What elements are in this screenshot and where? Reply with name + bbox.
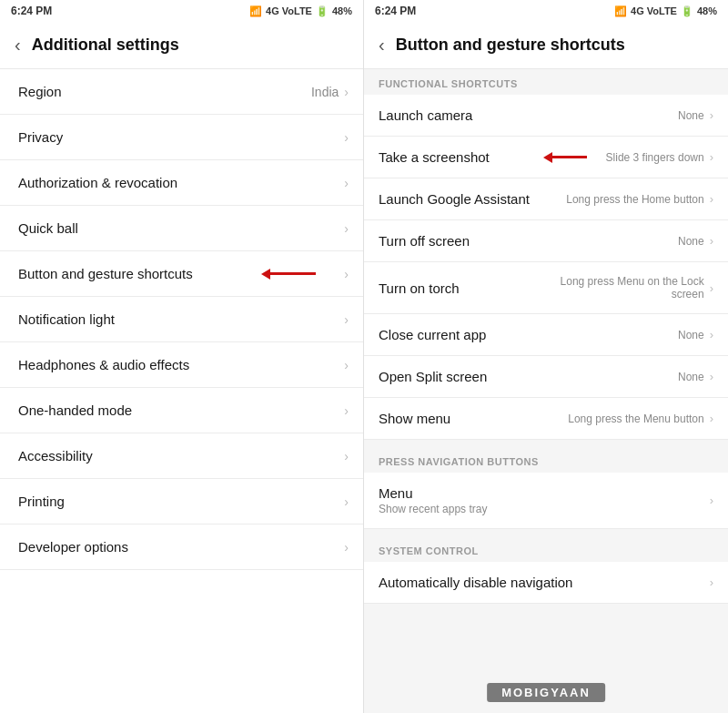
settings-item-one-handed[interactable]: One-handed mode ›: [0, 388, 363, 433]
time-right: 6:24 PM: [375, 5, 416, 17]
shortcuts-scroll-area: FUNCTIONAL SHORTCUTS Launch camera None …: [364, 69, 728, 713]
settings-item-privacy[interactable]: Privacy ›: [0, 115, 363, 160]
shortcut-split-screen[interactable]: Open Split screen None ›: [364, 356, 728, 398]
settings-item-authorization[interactable]: Authorization & revocation ›: [0, 160, 363, 206]
status-icons-right: 📶 4G VoLTE 🔋 48%: [614, 5, 717, 17]
toolbar-right: ‹ Button and gesture shortcuts: [364, 22, 728, 69]
shortcut-value-google: Long press the Home button: [566, 193, 703, 206]
shortcut-title-google: Launch Google Assistant: [379, 191, 566, 207]
shortcut-google-assistant[interactable]: Launch Google Assistant Long press the H…: [364, 178, 728, 220]
status-icons-left: 📶 4G VoLTE 🔋 48%: [249, 5, 352, 17]
shortcut-title-camera: Launch camera: [379, 107, 678, 123]
item-title-notification-light: Notification light: [18, 311, 115, 327]
settings-item-button-shortcuts[interactable]: Button and gesture shortcuts ›: [0, 251, 363, 297]
item-title-quick-ball: Quick ball: [18, 220, 78, 236]
network-label-right: 4G VoLTE: [631, 5, 677, 16]
signal-icon: 📶: [249, 5, 262, 17]
battery-left: 48%: [332, 5, 352, 16]
shortcut-title-menu: Menu: [379, 485, 710, 501]
settings-item-printing[interactable]: Printing ›: [0, 479, 363, 525]
chevron-authorization: ›: [344, 176, 349, 190]
settings-list: Region India › Privacy › Authorization &…: [0, 69, 363, 713]
network-label-left: 4G VoLTE: [266, 5, 312, 16]
shortcut-value-show-menu: Long press the Menu button: [568, 413, 703, 425]
settings-item-region[interactable]: Region India ›: [0, 69, 363, 115]
item-title-printing: Printing: [18, 494, 65, 509]
section-header-functional: FUNCTIONAL SHORTCUTS: [364, 69, 728, 95]
item-title-one-handed: One-handed mode: [18, 402, 132, 418]
item-title-region: Region: [18, 84, 62, 99]
chevron-notification-light: ›: [344, 312, 349, 327]
shortcut-auto-disable[interactable]: Automatically disable navigation ›: [364, 562, 728, 604]
shortcut-close-app[interactable]: Close current app None ›: [364, 314, 728, 356]
battery-right: 48%: [697, 5, 717, 16]
chevron-camera: ›: [710, 108, 713, 122]
chevron-torch: ›: [710, 281, 713, 295]
shortcut-subtitle-menu: Show recent apps tray: [379, 503, 710, 515]
left-panel: 6:24 PM 📶 4G VoLTE 🔋 48% ‹ Additional se…: [0, 0, 364, 713]
system-control-list: Automatically disable navigation ›: [364, 562, 728, 604]
settings-item-accessibility[interactable]: Accessibility ›: [0, 433, 363, 479]
back-button-right[interactable]: ‹: [379, 35, 385, 56]
item-title-privacy: Privacy: [18, 129, 63, 145]
shortcut-value-close: None: [678, 329, 704, 341]
item-value-region: India: [311, 85, 339, 99]
chevron-quick-ball: ›: [344, 221, 349, 236]
item-title-button-shortcuts: Button and gesture shortcuts: [18, 266, 193, 281]
item-title-headphones: Headphones & audio effects: [18, 357, 189, 372]
chevron-google: ›: [710, 192, 713, 206]
section-header-system: SYSTEM CONTROL: [364, 536, 728, 562]
shortcut-torch[interactable]: Turn on torch Long press Menu on the Loc…: [364, 262, 728, 314]
shortcut-title-split: Open Split screen: [379, 369, 678, 384]
shortcut-title-close: Close current app: [379, 327, 678, 342]
chevron-printing: ›: [344, 494, 349, 509]
screenshot-arrow-annotation: [543, 152, 587, 163]
chevron-headphones: ›: [344, 358, 349, 372]
item-title-developer: Developer options: [18, 539, 128, 555]
shortcut-value-torch: Long press Menu on the Lock screen: [559, 275, 704, 300]
chevron-button-shortcuts: ›: [344, 267, 349, 281]
chevron-off-screen: ›: [710, 234, 713, 248]
page-title-left: Additional settings: [32, 36, 179, 55]
arrow-head-left: [261, 269, 270, 280]
chevron-privacy: ›: [344, 130, 349, 145]
section-header-press-nav: PRESS NAVIGATION BUTTONS: [364, 447, 728, 473]
item-content-region: Region: [18, 84, 62, 99]
shortcut-turn-off-screen[interactable]: Turn off screen None ›: [364, 220, 728, 262]
chevron-split: ›: [710, 370, 713, 383]
shortcut-title-show-menu: Show menu: [379, 411, 568, 426]
status-bar-left: 6:24 PM 📶 4G VoLTE 🔋 48%: [0, 0, 363, 22]
shortcut-launch-camera[interactable]: Launch camera None ›: [364, 95, 728, 137]
shortcut-value-off-screen: None: [678, 235, 704, 248]
shortcut-show-menu[interactable]: Show menu Long press the Menu button ›: [364, 398, 728, 440]
back-button-left[interactable]: ‹: [15, 35, 21, 56]
shortcut-value-screenshot: Slide 3 fingers down: [606, 151, 704, 164]
toolbar-left: ‹ Additional settings: [0, 22, 363, 69]
functional-shortcuts-list: Launch camera None › Take a screenshot S…: [364, 95, 728, 440]
settings-item-headphones[interactable]: Headphones & audio effects ›: [0, 342, 363, 388]
right-panel: 6:24 PM 📶 4G VoLTE 🔋 48% ‹ Button and ge…: [364, 0, 728, 713]
battery-icon-right: 🔋: [681, 5, 693, 17]
chevron-screenshot: ›: [710, 150, 713, 164]
settings-item-notification-light[interactable]: Notification light ›: [0, 297, 363, 342]
shortcut-title-auto-disable: Automatically disable navigation: [379, 575, 710, 590]
shortcut-screenshot[interactable]: Take a screenshot Slide 3 fingers down ›: [364, 137, 728, 178]
shortcut-value-camera: None: [678, 109, 704, 122]
chevron-auto-disable: ›: [710, 575, 713, 589]
status-bar-right: 6:24 PM 📶 4G VoLTE 🔋 48%: [364, 0, 728, 22]
chevron-one-handed: ›: [344, 403, 349, 418]
settings-item-quick-ball[interactable]: Quick ball ›: [0, 206, 363, 251]
press-nav-list: Menu Show recent apps tray ›: [364, 473, 728, 529]
chevron-close: ›: [710, 328, 713, 341]
arrow-container: [543, 152, 587, 163]
battery-icon: 🔋: [316, 5, 329, 17]
signal-icon-right: 📶: [614, 5, 627, 17]
shortcut-menu-recent[interactable]: Menu Show recent apps tray ›: [364, 473, 728, 529]
chevron-menu-recent: ›: [710, 494, 713, 507]
shortcut-value-split: None: [678, 371, 704, 383]
settings-item-developer[interactable]: Developer options ›: [0, 525, 363, 570]
arrow-line: [552, 156, 587, 158]
chevron-developer: ›: [344, 540, 349, 555]
chevron-accessibility: ›: [344, 449, 349, 463]
chevron-region: ›: [344, 85, 349, 99]
